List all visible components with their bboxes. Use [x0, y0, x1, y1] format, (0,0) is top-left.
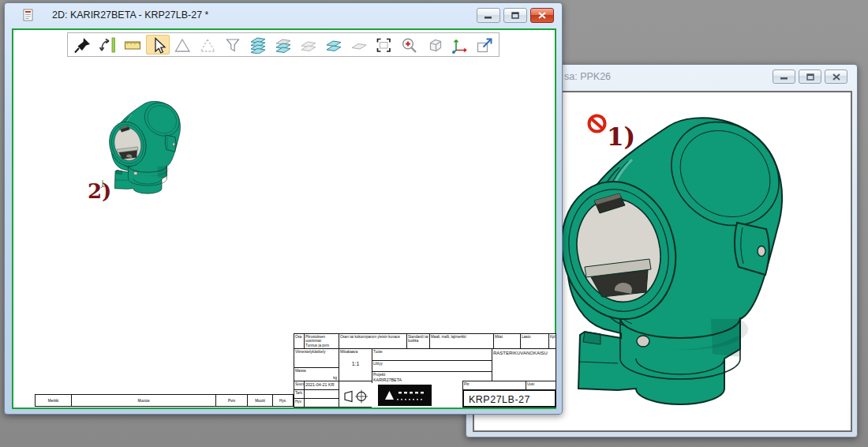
title-block: Osa Piirustuksen uusimmat Tunnus ja pvm … [294, 333, 556, 408]
layer-single-icon[interactable] [347, 35, 371, 54]
drawing2d-window: 2D: KARIR27BETA - KRP27LB-27 * [4, 2, 563, 415]
tb-hyv: Hyv. [294, 399, 304, 404]
tb-h-kuvaus: Osan tai kokoonpanon yleisin kuvaus [339, 334, 406, 339]
layers-pair-icon[interactable] [322, 35, 346, 54]
tb-tuote: Tuote [372, 349, 492, 354]
annotation-2: 2) [88, 179, 111, 203]
layers-all-icon[interactable] [246, 35, 270, 54]
pin-icon[interactable] [70, 35, 94, 54]
tb-h-kpl: Kpl [549, 334, 556, 339]
tb-drawing-no: KRP27LB-27 [464, 391, 555, 405]
tb-h-uusimmat: Piirustuksen uusimmat [305, 334, 339, 344]
fit-view-icon[interactable] [473, 35, 496, 54]
maximize-button[interactable] [799, 69, 821, 84]
rev-hyv: Hyv. [273, 395, 293, 403]
tb-suun-value: 2021-04-21 KR [305, 381, 339, 387]
drawing-canvas[interactable]: 2) Osa Piirustuksen uusimmat Tunnus ja p… [12, 28, 556, 409]
tb-suun: Suun. [294, 381, 304, 386]
zoom-in-icon[interactable] [397, 35, 421, 54]
tb-viimeistely: Viimeistelykäsittely [294, 349, 339, 354]
tb-h-tunnus: Tunnus ja pvm [305, 344, 339, 348]
vertex-logo [378, 385, 432, 406]
tb-h-osa: Osa [294, 334, 304, 339]
maximize-button[interactable] [503, 8, 527, 23]
window-icon[interactable] [22, 9, 35, 21]
polygon-icon[interactable] [171, 35, 195, 54]
tb-kuvaus-value: RASTERIKUVANOKAISU [492, 349, 556, 356]
projection-symbol-icon [342, 389, 370, 404]
drawing2d-window-title: 2D: KARIR27BETA - KRP27LB-27 * [52, 9, 208, 21]
measure-icon[interactable] [95, 35, 119, 54]
filter-icon[interactable] [221, 35, 245, 54]
tb-massa: Massa [294, 368, 339, 373]
tb-h-mitat: Mitat [494, 334, 520, 339]
minimize-button[interactable] [477, 8, 500, 23]
rev-muutti: Muutti [248, 395, 272, 403]
desktop: sa: PPK26 1) [0, 0, 868, 447]
close-button[interactable] [530, 8, 554, 23]
rev-pvm: Pvm [216, 395, 247, 403]
tb-h-laatu: Laatu [521, 334, 548, 339]
tb-uusi: Uusi [526, 381, 556, 386]
drawing-toolbar [67, 32, 499, 57]
layers-faded-icon[interactable] [297, 35, 320, 54]
tb-h-standardi: Standardi tai luokka [407, 334, 429, 344]
part-3d-model[interactable] [553, 112, 798, 416]
tb-tark: Tark. [294, 390, 304, 395]
axes-icon[interactable] [447, 35, 471, 54]
part3d-window-title: sa: PPK26 [564, 71, 611, 82]
close-button[interactable] [825, 69, 847, 84]
tb-piir: Piir. [463, 381, 526, 386]
rev-muutos: Muutos [72, 395, 215, 403]
rev-merkki: Merkki [36, 395, 71, 403]
revision-strip: Merkki Muutos Pvm Muutti Hyv. [35, 394, 294, 407]
minimize-button[interactable] [773, 69, 795, 84]
part-2d-model[interactable] [107, 100, 185, 197]
ruler-icon[interactable] [121, 35, 144, 54]
select-arrow-icon[interactable] [146, 35, 170, 54]
tb-liittyy: Liittyy [372, 361, 492, 366]
tb-mittakaava: Mittakaava [339, 349, 372, 354]
layers-mixed-icon[interactable] [271, 35, 295, 54]
tb-scale-value: 1:1 [339, 361, 372, 366]
polygon-dashed-icon[interactable] [196, 35, 219, 54]
cube-icon[interactable] [422, 35, 446, 54]
frame-select-icon[interactable] [372, 35, 396, 54]
tb-h-maali: Maali, malli, lajimerkki [430, 334, 493, 339]
